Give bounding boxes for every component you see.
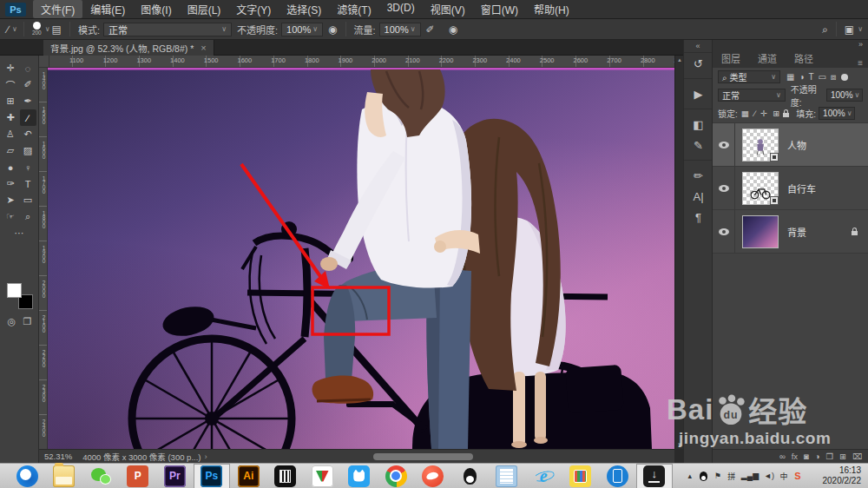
vertical-scrollbar[interactable]: ▲ ▼ [674, 56, 683, 449]
filter-type-icon[interactable]: T [809, 72, 814, 82]
tab-layers[interactable]: 图层 [713, 49, 749, 68]
blur-tool-icon[interactable]: ● [3, 159, 19, 175]
menu-item-3[interactable]: 图层(L) [180, 0, 229, 18]
canvas-viewport[interactable] [48, 68, 674, 449]
menu-item-4[interactable]: 文字(Y) [228, 0, 279, 18]
visibility-toggle[interactable] [713, 167, 735, 209]
eyedropper-tool-icon[interactable]: ✒ [20, 93, 36, 109]
zoom-tool-icon[interactable]: ⌕ [20, 208, 36, 225]
history-panel-icon[interactable]: ↺ [684, 53, 713, 74]
taskbar-photoshop[interactable]: Ps [194, 464, 231, 488]
layer-group-icon[interactable]: ❒ [826, 452, 834, 461]
zoom-level[interactable]: 52.31% [44, 452, 72, 461]
layer-filter-select[interactable]: ⌕ 类型 ∨ [718, 70, 780, 83]
layer-opacity-select[interactable]: 100% ∨ [826, 89, 863, 102]
network-icon[interactable]: ▂▄▆ [741, 472, 759, 480]
screen-mode-icon[interactable]: ❐ [23, 316, 32, 327]
path-select-tool-icon[interactable]: ➤ [3, 192, 19, 208]
taskbar-file-explorer[interactable] [46, 464, 83, 488]
airbrush-icon[interactable]: ✐ [426, 23, 435, 36]
character-panel-icon[interactable]: A| [684, 186, 713, 207]
taskbar-notepad[interactable] [489, 464, 526, 488]
menu-item-8[interactable]: 视图(V) [423, 0, 473, 18]
filter-smart-object-icon[interactable]: ⧈ [831, 72, 836, 82]
taskbar-format-factory[interactable] [304, 464, 341, 488]
adjustment-layer-icon[interactable]: ◑ [815, 452, 820, 461]
layer-thumbnail[interactable] [742, 129, 779, 162]
taskbar-video-app[interactable] [267, 464, 305, 488]
taskbar-qq-browser[interactable] [9, 464, 46, 488]
brush-panel-toggle-icon[interactable]: ▤ [52, 23, 62, 36]
active-tool-icon[interactable]: ∕ [7, 23, 9, 36]
healing-brush-tool-icon[interactable]: ✚ [3, 109, 19, 126]
paragraph-panel-icon[interactable]: ¶ [684, 207, 713, 228]
brush-size-picker[interactable]: 200 [32, 22, 42, 36]
quick-select-tool-icon[interactable]: ✐ [20, 76, 36, 93]
opacity-pressure-icon[interactable]: ◉ [328, 23, 337, 36]
filter-toggle-icon[interactable] [841, 74, 848, 81]
filter-shape-icon[interactable]: ▭ [819, 72, 826, 82]
layer-blend-mode-select[interactable]: 正常 ∨ [718, 89, 786, 102]
dodge-tool-icon[interactable]: ♀ [20, 159, 36, 175]
tab-channels[interactable]: 通道 [749, 49, 786, 68]
flow-select[interactable]: 100% ∨ [379, 23, 421, 36]
history-brush-tool-icon[interactable]: ↶ [20, 126, 36, 142]
taskbar-internet-explorer[interactable]: e [525, 464, 562, 488]
lock-transparent-icon[interactable]: ▦ [741, 109, 749, 118]
layer-row-people[interactable]: 人物 [713, 123, 868, 167]
gradient-tool-icon[interactable]: ▨ [20, 142, 36, 159]
taskbar-chrome[interactable] [378, 464, 415, 488]
menu-item-0[interactable]: 文件(F) [33, 0, 82, 18]
move-tool-icon[interactable]: ✛ [3, 60, 19, 76]
taskbar-cat-app[interactable] [341, 464, 378, 488]
brushes-panel-icon[interactable]: ✎ [684, 135, 713, 155]
delete-layer-icon[interactable]: ⌧ [852, 452, 862, 461]
actions-panel-icon[interactable]: ▶ [684, 83, 713, 104]
taskbar-powerpoint[interactable]: P [120, 464, 157, 488]
sogou-icon[interactable]: S [793, 471, 802, 481]
filter-adjustment-icon[interactable]: ◑ [799, 72, 804, 82]
document-tab[interactable]: 背景.jpg @ 52.3% (人物, RGB/8#) * × [43, 40, 214, 56]
layer-row-background[interactable]: 背景 [713, 210, 868, 254]
status-chevron-icon[interactable]: › [204, 452, 207, 461]
horizontal-scroll-thumb[interactable] [373, 453, 473, 460]
opacity-select[interactable]: 100% ∨ [281, 23, 323, 36]
taskbar-wechat[interactable] [82, 464, 120, 488]
collapse-panels-icon[interactable]: « [684, 40, 712, 53]
clock[interactable]: 16:13 2020/2/22 [811, 465, 861, 486]
blend-mode-select[interactable]: 正常 ∨ [103, 23, 232, 36]
volume-icon[interactable]: ◄) [764, 472, 774, 480]
layer-thumbnail[interactable] [742, 172, 779, 205]
brush-tool-icon[interactable]: ∕ [20, 109, 36, 126]
eraser-tool-icon[interactable]: ▱ [3, 142, 19, 159]
tab-paths[interactable]: 路径 [786, 49, 822, 68]
layer-row-bicycle[interactable]: 自行车 [713, 167, 868, 210]
foreground-color-swatch[interactable] [7, 283, 22, 298]
taskbar-qq[interactable] [451, 464, 489, 488]
more-tools-icon[interactable]: ⋯ [11, 225, 28, 241]
taskbar-downloader[interactable] [636, 464, 674, 488]
crop-tool-icon[interactable]: ⊞ [3, 93, 19, 109]
menu-item-7[interactable]: 3D(D) [379, 0, 423, 18]
quick-mask-icon[interactable]: ◎ [8, 316, 16, 327]
lock-all-icon[interactable] [783, 113, 789, 117]
lock-artboard-icon[interactable]: ⊞ [773, 109, 779, 118]
workspace-switcher-icon[interactable]: ▣ [845, 23, 854, 36]
visibility-toggle[interactable] [713, 123, 735, 166]
link-layers-icon[interactable]: ∞ [779, 452, 786, 461]
layer-thumbnail[interactable] [742, 215, 779, 248]
properties-panel-icon[interactable]: ◧ [684, 114, 713, 135]
taskbar-premiere[interactable]: Pr [156, 464, 194, 488]
hand-tool-icon[interactable]: ☞ [3, 208, 19, 225]
size-pressure-icon[interactable]: ◉ [449, 23, 457, 36]
close-tab-icon[interactable]: × [201, 43, 206, 53]
menu-item-6[interactable]: 滤镜(T) [329, 0, 378, 18]
taskbar-ticket-app[interactable] [562, 464, 600, 488]
type-tool-icon[interactable]: T [20, 175, 36, 192]
new-layer-icon[interactable]: ⊞ [839, 452, 846, 461]
workspace-chevron-icon[interactable]: ∨ [858, 25, 863, 33]
menu-item-10[interactable]: 帮助(H) [526, 0, 577, 18]
brush-picker-chevron-icon[interactable]: ∨ [45, 25, 50, 33]
layer-mask-icon[interactable]: ◙ [804, 452, 809, 461]
brush-settings-panel-icon[interactable]: ✏ [684, 165, 713, 186]
